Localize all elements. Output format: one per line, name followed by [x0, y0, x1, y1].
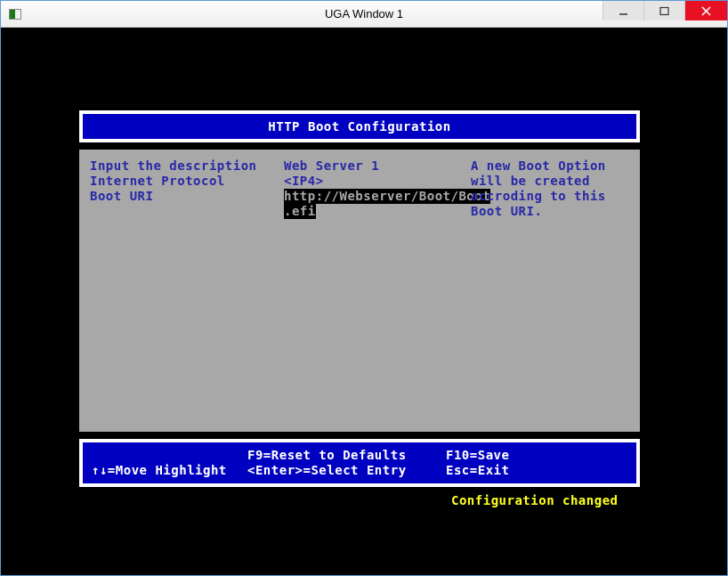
value-booturi-line1[interactable]: http://Webserver/Boot/Boot — [284, 189, 490, 204]
footer-cell-f9: F9=Reset to Defaults — [247, 448, 446, 463]
footer-cell — [92, 448, 247, 463]
help-text: A new Boot Option will be created accrod… — [471, 158, 640, 219]
form-labels: Input the description Internet Protocol … — [90, 158, 284, 219]
terminal-area: HTTP Boot Configuration Input the descri… — [1, 28, 727, 576]
status-text: Configuration changed — [451, 493, 619, 507]
label-booturi: Boot URI — [90, 189, 153, 203]
help-line: accroding to this — [471, 189, 606, 203]
page-header: HTTP Boot Configuration — [79, 110, 640, 142]
keybind-footer: F9=Reset to Defaults F10=Save ↑↓=Move Hi… — [79, 439, 640, 487]
maximize-button[interactable] — [643, 1, 684, 20]
footer-cell-esc: Esc=Exit — [446, 463, 624, 478]
titlebar: UGA Window 1 — [1, 1, 727, 28]
footer-cell-enter: <Enter>=Select Entry — [247, 463, 446, 478]
app-icon — [8, 7, 22, 21]
help-line: A new Boot Option — [471, 158, 606, 173]
svg-rect-1 — [660, 7, 668, 14]
footer-cell-f10: F10=Save — [446, 448, 624, 463]
form-values: Web Server 1 <IP4> http://Webserver/Boot… — [284, 158, 471, 219]
window-controls — [603, 1, 727, 27]
value-booturi-line2[interactable]: .efi — [284, 204, 316, 219]
footer-cell-arrows: ↑↓=Move Highlight — [92, 463, 247, 478]
minimize-button[interactable] — [603, 1, 643, 20]
label-description: Input the description — [90, 158, 257, 173]
close-button[interactable] — [684, 1, 727, 20]
value-description[interactable]: Web Server 1 — [284, 158, 379, 173]
form-panel: Input the description Internet Protocol … — [79, 150, 640, 432]
help-line: will be created — [471, 174, 590, 188]
page-title: HTTP Boot Configuration — [268, 119, 450, 134]
help-line: Boot URI. — [471, 204, 542, 218]
label-protocol: Internet Protocol — [90, 174, 225, 188]
value-protocol[interactable]: <IP4> — [284, 174, 324, 188]
